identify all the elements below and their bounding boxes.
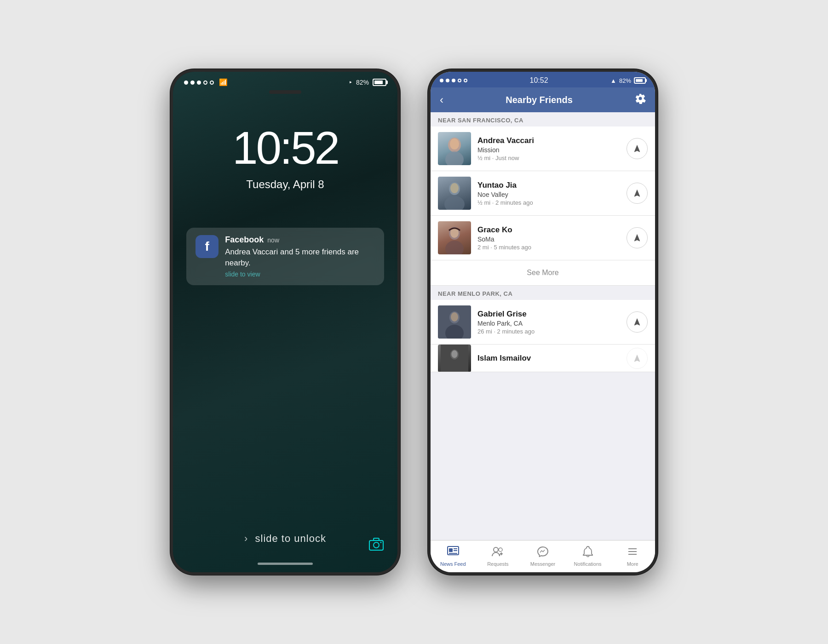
friend-avatar-andrea: [438, 132, 471, 165]
app-signal-dots: [440, 79, 467, 82]
friend-avatar-yuntao: [438, 177, 471, 210]
settings-gear-icon[interactable]: [635, 93, 646, 107]
notification-time: now: [267, 236, 279, 244]
tab-messenger-label: Messenger: [530, 561, 555, 567]
see-more-button[interactable]: See More: [431, 260, 655, 286]
app-dot-2: [446, 79, 449, 82]
svg-point-3: [380, 542, 382, 543]
tab-more[interactable]: More: [610, 540, 655, 572]
friend-info-grace: Grace Ko SoMa 2 mi · 5 minutes ago: [477, 225, 620, 251]
svg-point-7: [444, 196, 465, 210]
friend-location-andrea: Mission: [477, 146, 620, 154]
navigate-button-andrea[interactable]: [627, 138, 648, 159]
tab-newsfeed[interactable]: News Feed: [431, 540, 476, 572]
navigate-button-grace[interactable]: [627, 227, 648, 248]
svg-point-16: [451, 312, 458, 322]
tab-messenger[interactable]: Messenger: [520, 540, 565, 572]
friend-location-gabriel: Menlo Park, CA: [477, 320, 620, 327]
svg-point-1: [374, 542, 379, 548]
friend-distance-andrea: ½ mi · Just now: [477, 155, 620, 161]
friend-distance-grace: 2 mi · 5 minutes ago: [477, 244, 620, 251]
friend-item-gabriel[interactable]: Gabriel Grise Menlo Park, CA 26 mi · 2 m…: [431, 300, 655, 345]
lock-time: 10:52: [232, 121, 338, 174]
friend-distance-yuntao: ½ mi · 2 minutes ago: [477, 199, 620, 206]
friend-name-grace: Grace Ko: [477, 225, 620, 235]
friend-avatar-islam: [438, 345, 471, 372]
friend-distance-gabriel: 26 mi · 2 minutes ago: [477, 328, 620, 335]
friend-item-yuntao[interactable]: Yuntao Jia Noe Valley ½ mi · 2 minutes a…: [431, 171, 655, 216]
app-dot-3: [452, 79, 455, 82]
messenger-icon: [537, 546, 549, 560]
tab-requests[interactable]: Requests: [476, 540, 521, 572]
friend-item-grace[interactable]: Grace Ko SoMa 2 mi · 5 minutes ago: [431, 216, 655, 260]
signal-dot-3: [197, 80, 201, 85]
friend-name-yuntao: Yuntao Jia: [477, 181, 620, 190]
signal-dot-4: [203, 80, 207, 85]
notification-text-block: Facebook now Andrea Vaccari and 5 more f…: [225, 235, 374, 278]
camera-icon[interactable]: [369, 538, 384, 554]
app-battery-percent: 82%: [619, 77, 631, 84]
battery-percent: 82%: [356, 79, 369, 86]
app-status-bar: 10:52 ▲ 82%: [431, 72, 655, 87]
friend-name-gabriel: Gabriel Grise: [477, 310, 620, 319]
navigate-button-yuntao[interactable]: [627, 183, 648, 204]
tab-bar: News Feed Requests: [431, 540, 655, 572]
tab-more-label: More: [627, 561, 638, 567]
friend-info-andrea: Andrea Vaccari Mission ½ mi · Just now: [477, 136, 620, 161]
svg-point-25: [494, 547, 498, 552]
friend-info-islam: Islam Ismailov: [477, 354, 620, 363]
notifications-icon: [583, 546, 593, 560]
svg-point-5: [445, 151, 464, 165]
navbar-title: Nearby Friends: [506, 95, 573, 105]
slide-to-view[interactable]: slide to view: [225, 270, 374, 278]
back-button[interactable]: ‹: [440, 93, 443, 106]
facebook-f-letter: f: [205, 239, 209, 254]
lock-date: Tuesday, April 8: [246, 178, 324, 191]
more-icon: [627, 546, 638, 560]
section-header-sf: NEAR SAN FRANCISCO, CA: [431, 112, 655, 126]
lock-screen-phone: 📶 ‣ 82% 10:52 Tuesday, April 8 f Faceboo…: [170, 69, 400, 575]
newsfeed-icon: [447, 546, 459, 560]
app-dot-5: [464, 79, 467, 82]
app-dot-4: [458, 79, 461, 82]
friend-location-yuntao: Noe Valley: [477, 191, 620, 198]
svg-point-9: [450, 183, 459, 193]
speaker-pill: [269, 90, 301, 94]
friend-name-islam: Islam Ismailov: [477, 354, 620, 363]
svg-point-10: [445, 241, 464, 254]
svg-point-26: [499, 548, 502, 552]
slide-to-unlock[interactable]: › slide to unlock: [173, 533, 397, 545]
requests-icon: [491, 546, 504, 560]
app-screen-phone: 10:52 ▲ 82% ‹ Nearby Friends NEAR SAN FR…: [428, 69, 658, 575]
app-location-icon: ▲: [610, 77, 616, 84]
lock-right-status: ‣ 82%: [349, 79, 386, 86]
friend-item-andrea[interactable]: Andrea Vaccari Mission ½ mi · Just now: [431, 126, 655, 171]
signal-dot-1: [184, 80, 188, 85]
slide-chevron-icon: ›: [244, 533, 248, 544]
app-screen: 10:52 ▲ 82% ‹ Nearby Friends NEAR SAN FR…: [431, 72, 655, 572]
location-arrow-icon: ‣: [349, 79, 352, 86]
friend-info-gabriel: Gabriel Grise Menlo Park, CA 26 mi · 2 m…: [477, 310, 620, 335]
svg-point-6: [450, 138, 459, 150]
notification-app-name: Facebook: [225, 235, 264, 245]
friend-avatar-grace: [438, 221, 471, 254]
navigate-button-gabriel[interactable]: [627, 311, 648, 333]
app-dot-1: [440, 79, 443, 82]
friend-item-islam[interactable]: Islam Ismailov: [431, 345, 655, 372]
section-header-menlo: NEAR MENLO PARK, CA: [431, 286, 655, 300]
tab-newsfeed-label: News Feed: [440, 561, 466, 567]
svg-rect-21: [449, 548, 453, 552]
friend-name-andrea: Andrea Vaccari: [477, 136, 620, 145]
tab-notifications[interactable]: Notifications: [565, 540, 610, 572]
facebook-notification[interactable]: f Facebook now Andrea Vaccari and 5 more…: [186, 228, 384, 285]
app-battery-bar: [634, 77, 646, 84]
app-status-right: ▲ 82%: [610, 77, 646, 84]
svg-point-19: [451, 350, 457, 358]
navigate-button-islam[interactable]: [627, 348, 648, 369]
tab-notifications-label: Notifications: [574, 561, 602, 567]
friend-location-grace: SoMa: [477, 236, 620, 243]
signal-dots: 📶: [184, 78, 228, 86]
lock-screen: 📶 ‣ 82% 10:52 Tuesday, April 8 f Faceboo…: [173, 72, 397, 572]
wifi-icon: 📶: [219, 78, 228, 86]
notification-body: Andrea Vaccari and 5 more friends are ne…: [225, 247, 374, 269]
